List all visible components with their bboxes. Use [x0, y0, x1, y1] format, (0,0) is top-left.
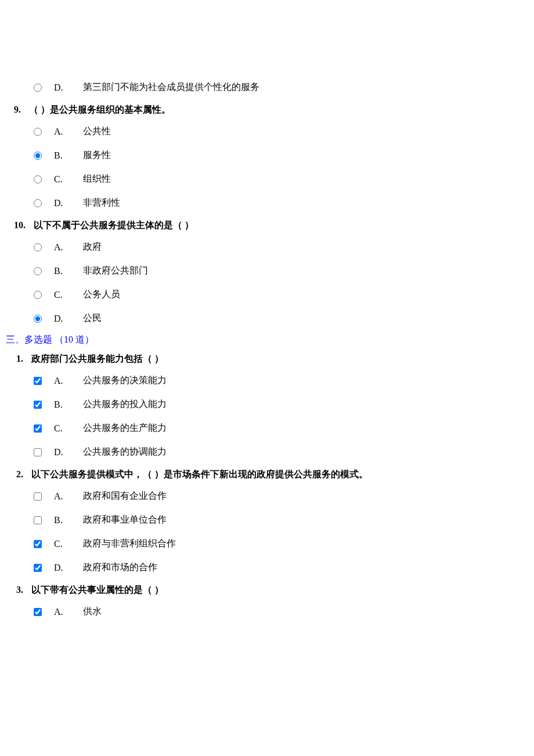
multi-question-3-heading: 3.以下带有公共事业属性的是（ ） [6, 579, 528, 600]
m1-checkbox-a[interactable] [34, 377, 42, 385]
option-letter: C. [54, 174, 64, 185]
option-letter: B. [54, 515, 64, 525]
multi-question-2-heading: 2.以下公共服务提供模式中，（ ）是市场条件下新出现的政府提供公共服务的模式。 [6, 464, 528, 484]
q10-text: 以下不属于公共服务提供主体的是（ ） [34, 220, 194, 230]
m2-option-b: B. 政府和事业单位合作 [6, 508, 528, 532]
section-multi-choice-heading: 三、多选题 （10 道） [6, 330, 528, 348]
q9-radio-d[interactable] [34, 199, 42, 207]
q10-number: 10. [14, 220, 26, 230]
option-text: 公共性 [83, 125, 111, 138]
m1-checkbox-b[interactable] [34, 401, 42, 409]
option-letter: B. [54, 399, 64, 410]
m3-checkbox-a[interactable] [34, 608, 42, 616]
q9-radio-a[interactable] [34, 128, 42, 136]
option-text: 供水 [83, 606, 102, 618]
m1-checkbox-d[interactable] [34, 448, 42, 456]
q10-radio-a[interactable] [34, 243, 42, 251]
option-text: 政府和市场的合作 [83, 561, 157, 574]
m3-text: 以下带有公共事业属性的是（ ） [31, 585, 164, 595]
option-letter: C. [54, 290, 64, 300]
q9-option-a: A. 公共性 [6, 120, 528, 143]
question-9-heading: 9.（ ）是公共服务组织的基本属性。 [6, 99, 528, 120]
option-letter: D. [54, 82, 64, 93]
option-text: 公共服务的投入能力 [83, 398, 167, 411]
option-letter: A. [54, 491, 64, 502]
q10-radio-b[interactable] [34, 267, 42, 275]
m1-text: 政府部门公共服务能力包括（ ） [31, 354, 164, 363]
option-letter: C. [54, 539, 64, 549]
option-letter: D. [54, 314, 64, 324]
option-letter: A. [54, 376, 64, 386]
q9-option-d: D. 非营利性 [6, 191, 528, 215]
option-letter: D. [54, 447, 64, 458]
m2-checkbox-b[interactable] [34, 516, 42, 524]
q9-text: （ ）是公共服务组织的基本属性。 [29, 105, 171, 114]
option-text: 组织性 [83, 173, 111, 185]
q10-radio-d[interactable] [34, 315, 42, 323]
option-text: 公共服务的生产能力 [83, 422, 167, 434]
m3-number: 3. [16, 585, 23, 595]
option-text: 服务性 [83, 149, 111, 161]
q9-option-c: C. 组织性 [6, 167, 528, 191]
m1-option-a: A. 公共服务的决策能力 [6, 369, 528, 393]
option-text: 政府和事业单位合作 [83, 514, 167, 526]
option-letter: A. [54, 127, 64, 137]
m2-text: 以下公共服务提供模式中，（ ）是市场条件下新出现的政府提供公共服务的模式。 [31, 469, 368, 479]
q10-option-b: B. 非政府公共部门 [6, 259, 528, 283]
multi-question-1-heading: 1.政府部门公共服务能力包括（ ） [6, 348, 528, 369]
m2-number: 2. [16, 469, 23, 479]
m3-option-a: A. 供水 [6, 600, 528, 624]
m1-number: 1. [16, 354, 23, 363]
q9-number: 9. [14, 105, 21, 114]
m1-option-c: C. 公共服务的生产能力 [6, 416, 528, 440]
option-text: 政府与非营利组织合作 [83, 538, 176, 550]
option-letter: A. [54, 607, 64, 617]
q9-option-b: B. 服务性 [6, 143, 528, 167]
q9-radio-b[interactable] [34, 152, 42, 160]
option-letter: A. [54, 242, 64, 253]
option-text: 政府 [83, 241, 102, 253]
m2-option-a: A. 政府和国有企业合作 [6, 484, 528, 508]
option-letter: B. [54, 266, 64, 276]
option-text: 第三部门不能为社会成员提供个性化的服务 [83, 81, 259, 93]
option-letter: B. [54, 150, 64, 161]
q10-option-c: C. 公务人员 [6, 283, 528, 307]
q9-radio-c[interactable] [34, 175, 42, 183]
m2-option-c: C. 政府与非营利组织合作 [6, 532, 528, 556]
m1-option-b: B. 公共服务的投入能力 [6, 393, 528, 416]
option-text: 非营利性 [83, 197, 120, 209]
m2-checkbox-c[interactable] [34, 540, 42, 548]
m1-checkbox-c[interactable] [34, 424, 42, 433]
option-letter: C. [54, 423, 64, 434]
option-letter: D. [54, 563, 64, 573]
option-text: 公共服务的协调能力 [83, 446, 167, 458]
option-text: 政府和国有企业合作 [83, 490, 167, 502]
prev-option-d: D. 第三部门不能为社会成员提供个性化的服务 [6, 75, 528, 99]
m2-checkbox-d[interactable] [34, 564, 42, 572]
m2-checkbox-a[interactable] [34, 492, 42, 501]
option-text: 公务人员 [83, 289, 120, 301]
option-text: 非政府公共部门 [83, 265, 148, 277]
prev-radio-d[interactable] [34, 84, 42, 92]
m2-option-d: D. 政府和市场的合作 [6, 556, 528, 579]
q10-option-a: A. 政府 [6, 235, 528, 259]
option-letter: D. [54, 198, 64, 208]
m1-option-d: D. 公共服务的协调能力 [6, 440, 528, 464]
option-text: 公共服务的决策能力 [83, 375, 167, 387]
q10-radio-c[interactable] [34, 291, 42, 299]
option-text: 公民 [83, 312, 102, 325]
question-10-heading: 10.以下不属于公共服务提供主体的是（ ） [6, 215, 528, 235]
q10-option-d: D. 公民 [6, 307, 528, 330]
